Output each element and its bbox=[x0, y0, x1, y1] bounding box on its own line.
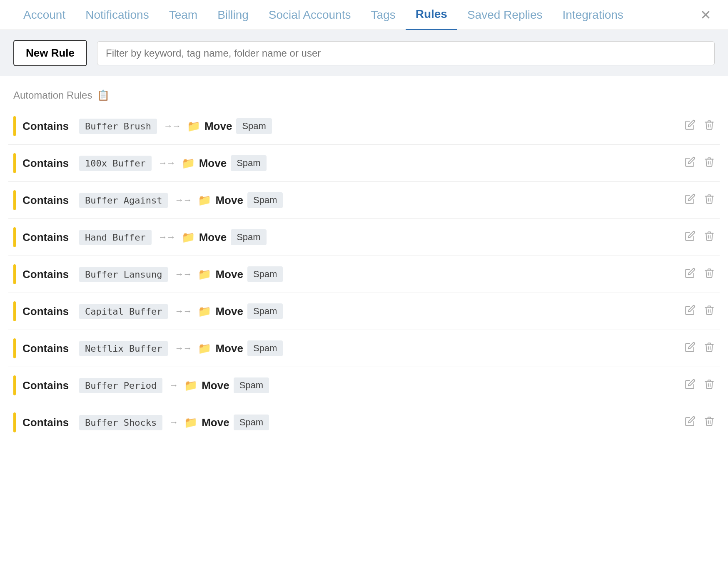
rule-indicator bbox=[13, 375, 16, 395]
edit-icon[interactable] bbox=[685, 268, 696, 281]
rule-indicator bbox=[13, 227, 16, 247]
rule-contains-label: Contains bbox=[22, 416, 72, 429]
rule-actions bbox=[685, 416, 715, 430]
rule-keyword: Buffer Against bbox=[79, 193, 168, 208]
delete-icon[interactable] bbox=[704, 156, 715, 170]
rule-actions bbox=[685, 305, 715, 318]
rule-move-label: Move bbox=[215, 305, 243, 318]
rule-actions bbox=[685, 231, 715, 244]
folder-icon: 📁 bbox=[198, 268, 211, 281]
edit-icon[interactable] bbox=[685, 342, 696, 355]
rule-destination: Spam bbox=[236, 118, 272, 134]
nav-item-account[interactable]: Account bbox=[13, 0, 75, 30]
delete-icon[interactable] bbox=[704, 416, 715, 430]
edit-icon[interactable] bbox=[685, 231, 696, 244]
rule-action-group: 📁 Move Spam bbox=[184, 415, 269, 430]
delete-icon[interactable] bbox=[704, 268, 715, 281]
rule-indicator bbox=[13, 338, 16, 358]
delete-icon[interactable] bbox=[704, 305, 715, 318]
edit-icon[interactable] bbox=[685, 194, 696, 207]
edit-icon[interactable] bbox=[685, 156, 696, 170]
rule-indicator bbox=[13, 190, 16, 210]
folder-icon: 📁 bbox=[184, 416, 197, 429]
rule-destination: Spam bbox=[231, 229, 266, 245]
rule-row: Contains Buffer Brush →→ 📁 Move Spam bbox=[8, 108, 720, 145]
rule-keyword: 100x Buffer bbox=[79, 156, 152, 171]
rule-keyword: Buffer Brush bbox=[79, 119, 157, 134]
nav-item-team[interactable]: Team bbox=[159, 0, 207, 30]
rule-move-label: Move bbox=[202, 416, 229, 429]
rule-keyword: Buffer Period bbox=[79, 378, 162, 393]
rule-keyword: Netflix Buffer bbox=[79, 341, 168, 356]
rule-actions bbox=[685, 156, 715, 170]
rule-contains-label: Contains bbox=[22, 157, 72, 170]
filter-input[interactable] bbox=[97, 41, 715, 65]
nav-item-social-accounts[interactable]: Social Accounts bbox=[259, 0, 361, 30]
rule-contains-label: Contains bbox=[22, 231, 72, 244]
delete-icon[interactable] bbox=[704, 194, 715, 207]
folder-icon: 📁 bbox=[198, 194, 211, 207]
rule-action-group: 📁 Move Spam bbox=[182, 155, 267, 171]
rule-row: Contains Hand Buffer →→ 📁 Move Spam bbox=[8, 219, 720, 256]
section-title: Automation Rules bbox=[13, 89, 92, 101]
rule-action-group: 📁 Move Spam bbox=[198, 303, 283, 319]
delete-icon[interactable] bbox=[704, 119, 715, 133]
rule-move-label: Move bbox=[204, 120, 232, 133]
nav-item-saved-replies[interactable]: Saved Replies bbox=[457, 0, 553, 30]
folder-icon: 📁 bbox=[198, 342, 211, 355]
delete-icon[interactable] bbox=[704, 342, 715, 355]
nav-item-integrations[interactable]: Integrations bbox=[553, 0, 633, 30]
delete-icon[interactable] bbox=[704, 379, 715, 392]
rule-actions bbox=[685, 342, 715, 355]
nav-item-notifications[interactable]: Notifications bbox=[75, 0, 159, 30]
folder-icon: 📁 bbox=[182, 157, 195, 170]
rule-arrow: →→ bbox=[175, 343, 191, 354]
rule-arrow: →→ bbox=[175, 195, 191, 206]
new-rule-button[interactable]: New Rule bbox=[13, 40, 87, 66]
delete-icon[interactable] bbox=[704, 231, 715, 244]
rule-move-label: Move bbox=[199, 157, 227, 170]
rule-move-label: Move bbox=[215, 194, 243, 207]
edit-icon[interactable] bbox=[685, 416, 696, 430]
edit-icon[interactable] bbox=[685, 379, 696, 392]
rule-row: Contains Buffer Against →→ 📁 Move Spam bbox=[8, 182, 720, 219]
rule-arrow: → bbox=[169, 417, 177, 428]
rule-destination: Spam bbox=[247, 340, 283, 356]
rule-indicator bbox=[13, 301, 16, 321]
rule-arrow: → bbox=[169, 380, 177, 391]
rule-row: Contains Netflix Buffer →→ 📁 Move Spam bbox=[8, 330, 720, 367]
nav-item-billing[interactable]: Billing bbox=[207, 0, 259, 30]
rule-move-label: Move bbox=[202, 379, 229, 392]
edit-icon[interactable] bbox=[685, 305, 696, 318]
book-icon: 📋 bbox=[97, 89, 110, 101]
rule-indicator bbox=[13, 412, 16, 432]
folder-icon: 📁 bbox=[198, 305, 211, 318]
rule-contains-label: Contains bbox=[22, 379, 72, 392]
nav-item-tags[interactable]: Tags bbox=[361, 0, 406, 30]
rule-indicator bbox=[13, 264, 16, 284]
rule-keyword: Buffer Lansung bbox=[79, 267, 168, 282]
folder-icon: 📁 bbox=[184, 379, 197, 392]
rule-contains-label: Contains bbox=[22, 120, 72, 133]
nav-item-rules[interactable]: Rules bbox=[406, 0, 457, 30]
rule-contains-label: Contains bbox=[22, 268, 72, 281]
rule-destination: Spam bbox=[234, 415, 269, 430]
rule-move-label: Move bbox=[199, 231, 227, 244]
rule-actions bbox=[685, 119, 715, 133]
close-icon[interactable]: ✕ bbox=[697, 4, 715, 26]
toolbar: New Rule bbox=[0, 30, 728, 76]
section-header: Automation Rules 📋 bbox=[0, 76, 728, 108]
rule-move-label: Move bbox=[215, 342, 243, 355]
rule-destination: Spam bbox=[247, 192, 283, 208]
rule-row: Contains Buffer Shocks → 📁 Move Spam bbox=[8, 404, 720, 441]
folder-icon: 📁 bbox=[182, 231, 195, 244]
rule-row: Contains Buffer Lansung →→ 📁 Move Spam bbox=[8, 256, 720, 293]
rule-action-group: 📁 Move Spam bbox=[182, 229, 267, 245]
rule-actions bbox=[685, 379, 715, 392]
rule-keyword: Hand Buffer bbox=[79, 230, 152, 245]
rule-row: Contains 100x Buffer →→ 📁 Move Spam bbox=[8, 145, 720, 182]
rule-indicator bbox=[13, 153, 16, 173]
rule-keyword: Capital Buffer bbox=[79, 304, 168, 319]
edit-icon[interactable] bbox=[685, 119, 696, 133]
rule-action-group: 📁 Move Spam bbox=[198, 192, 283, 208]
